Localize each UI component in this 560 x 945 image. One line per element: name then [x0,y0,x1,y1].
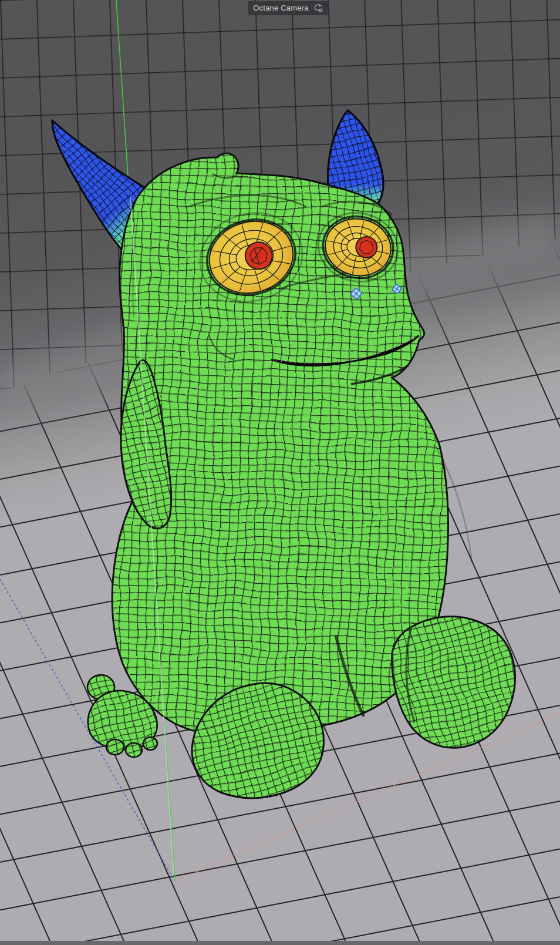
viewport[interactable]: Octane Camera [0,0,560,945]
camera-label-text: Octane Camera [253,3,308,13]
camera-label[interactable]: Octane Camera [248,1,328,15]
viewport-bottom-edge [0,941,560,945]
viewport-canvas[interactable] [0,0,560,945]
camera-link-icon[interactable] [312,4,323,12]
